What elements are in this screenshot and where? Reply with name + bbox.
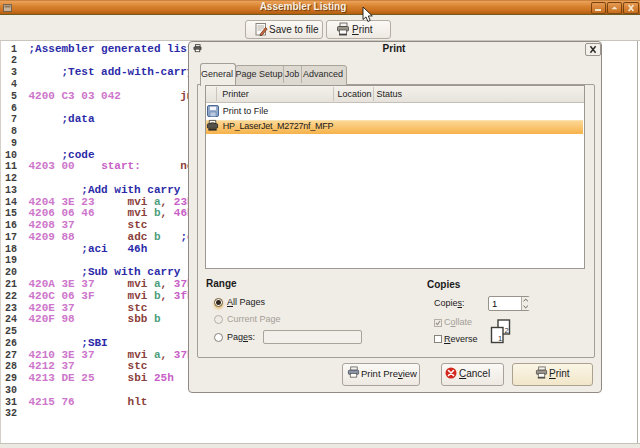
svg-text:1: 1 [498, 334, 502, 343]
svg-text:2: 2 [505, 326, 509, 335]
